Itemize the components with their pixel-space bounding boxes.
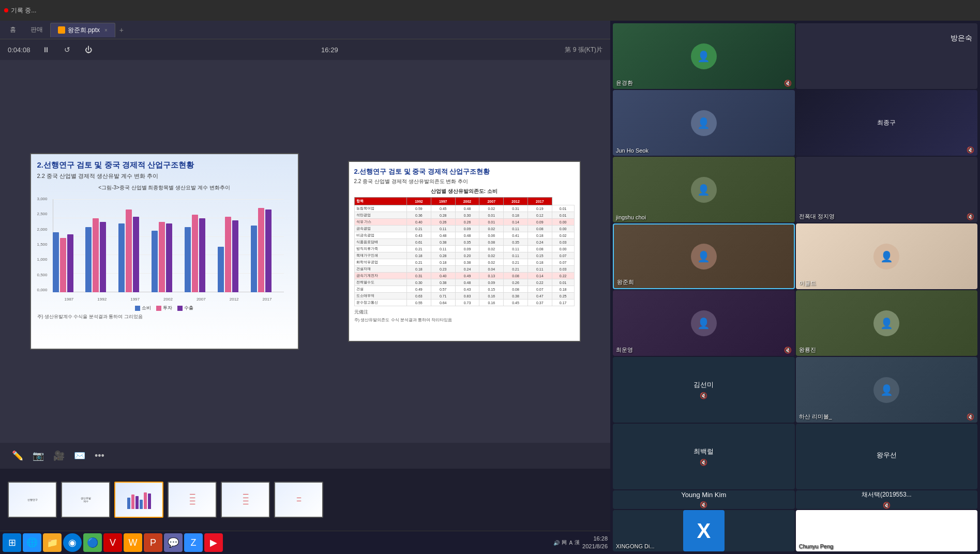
zoom-icon[interactable]: Z (184, 533, 203, 552)
avatar-hasan: 👤 (873, 377, 899, 403)
avatar-wang: 👤 (691, 244, 717, 269)
avatar-junho: 👤 (691, 110, 717, 136)
mute-icon-choi: 🔇 (967, 146, 974, 154)
bar-purple-1997 (133, 217, 139, 292)
bar-blue-2007 (185, 227, 191, 292)
participant-name-wangwoo: 왕우선 (877, 451, 897, 460)
elapsed-time: 0:04:08 (8, 46, 30, 54)
windows-taskbar: ⊞ 🌐 📁 ◉ 🔵 V W P 💬 Z ▶ 🔊 网 A 漢 16:28 2021… (0, 531, 610, 554)
thumbnail-3[interactable] (114, 482, 163, 518)
video-btn[interactable]: 🎥 (52, 448, 66, 463)
chrome-icon[interactable]: 🔵 (83, 533, 102, 552)
tab-sales[interactable]: 판매 (23, 23, 50, 37)
participant-name-chunyu: Chunyu Peng (799, 543, 834, 549)
participant-name-junho: Jun Ho Seok (616, 147, 649, 154)
ie-icon[interactable]: 🌐 (23, 533, 41, 552)
participant-tile-choibaek: 최백럴 🔇 (613, 424, 795, 489)
bar-pink-2002 (159, 222, 165, 292)
bar-pink-2017 (258, 208, 264, 292)
participant-tile-kimson: 김선미 🔇 (613, 357, 795, 423)
recording-indicator: 기록 중... (4, 6, 36, 15)
participant-tile-choi: 최종구 🔇 (796, 90, 978, 156)
participant-name-kimson: 김선미 (693, 380, 714, 390)
presentation-area: 0:04:08 ⏸ ↺ ⏻ 16:29 第 9 張(KT)片 2.선행연구 검토… (0, 39, 610, 469)
participant-name-youngmin: Young Min Kim (681, 491, 726, 499)
mute-icon-chae: 🔇 (883, 502, 891, 509)
participant-tile-xingong: X XINGONG Di... (613, 510, 795, 551)
participant-name-chae: 채서택(2019553... (862, 490, 912, 499)
participant-tile-yoon: 👤 윤경환 🔇 (613, 23, 795, 89)
avatar-jingshu: 👤 (691, 177, 717, 203)
participant-name-jun2: 전폭대 정지영 (799, 213, 835, 220)
pencil-btn[interactable]: ✏️ (10, 448, 25, 463)
participant-tile-wang: 👤 왕준희 (613, 223, 795, 289)
bar-blue-1997 (118, 223, 125, 292)
participant-name-wang: 왕준희 (617, 278, 634, 286)
folder-icon[interactable]: 📁 (43, 533, 62, 552)
bar-purple-1992 (100, 222, 106, 292)
camera-btn[interactable]: 📷 (31, 448, 46, 463)
participant-tile-chae: 채서택(2019553... 🔇 (796, 490, 978, 509)
secondary-slide-subtitle: 2.2 중국 산업별 경제적 생산유발의존도 변화 추이 (354, 178, 575, 185)
bar-pink-1997 (126, 209, 132, 292)
thumb-2-content: 생산유발계수 (62, 483, 109, 517)
edge-icon[interactable]: ◉ (63, 533, 82, 552)
v-icon[interactable]: V (103, 533, 122, 552)
participant-name-xingong: XINGONG Di... (616, 543, 655, 549)
avatar-wal: 👤 (873, 310, 899, 336)
clock-time: 16:28 (582, 535, 608, 543)
participant-tile-choi2: 👤 최운영 🔇 (613, 290, 795, 356)
participant-tile-junho: 👤 Jun Ho Seok (613, 90, 795, 156)
thumb-1-content: 선행연구 (9, 483, 56, 517)
tab-add-btn[interactable]: + (115, 24, 128, 36)
participant-name-wal: 왕룡진 (799, 346, 816, 354)
message-btn[interactable]: ✉️ (72, 448, 87, 463)
bar-group-2002 (152, 222, 185, 292)
ppt-taskbar-icon[interactable]: P (144, 533, 162, 552)
bar-purple-2007 (199, 218, 205, 292)
tab-home[interactable]: 홈 (3, 23, 23, 37)
data-table: 항목 1992 1997 2002 2007 2012 2017 농림목어업0.… (354, 197, 575, 306)
thumb-3-bars (127, 491, 151, 509)
mute-icon-yoon: 🔇 (784, 80, 792, 87)
bar-group-1997 (118, 209, 152, 292)
bar-blue-1987 (53, 232, 59, 292)
bar-pink-1992 (93, 218, 99, 292)
tab-file[interactable]: 왕준희.pptx × (50, 23, 115, 37)
tab-close-btn[interactable]: × (104, 27, 108, 33)
thumbnail-4[interactable]: ━━━━━━━━━━━━━━━━━━━━ (168, 482, 217, 518)
teams-icon[interactable]: 💬 (164, 533, 183, 552)
x-axis-labels: 1987 1992 1997 2002 2007 2012 2017 (53, 297, 284, 302)
controls-bar: 0:04:08 ⏸ ↺ ⏻ 16:29 第 9 張(KT)片 (0, 39, 610, 60)
participant-tile-youngmin: Young Min Kim 🔇 (613, 490, 795, 509)
record-btn[interactable]: ⏻ (83, 44, 94, 55)
avatar-choi2: 👤 (691, 310, 717, 336)
media-icon[interactable]: ▶ (204, 533, 223, 552)
restart-btn[interactable]: ↺ (62, 44, 72, 55)
participant-name-yoon: 윤경환 (616, 79, 633, 87)
more-btn[interactable]: ••• (93, 449, 106, 463)
bar-blue-2017 (251, 226, 257, 292)
top-taskbar: 기록 중... (0, 0, 980, 21)
tab-file-label: 왕준희.pptx (68, 26, 100, 35)
mute-icon-hasan: 🔇 (967, 413, 974, 421)
thumbnail-2[interactable]: 생산유발계수 (61, 482, 110, 518)
main-slide-subtitle: 2.2 중국 산업별 경제적 생산유발 계수 변화 추이 (37, 172, 292, 180)
w-icon[interactable]: W (124, 533, 142, 552)
secondary-slide[interactable]: 2.선행연구 검토 및 중국 경제적 산업구조현황 2.2 중국 산업별 경제적… (348, 161, 581, 342)
table-title: 산업별 생산유발의존도: 소비 (354, 188, 575, 195)
taskbar-right: 🔊 网 A 漢 16:28 2021/8/26 (553, 535, 608, 551)
clock: 16:28 2021/8/26 (582, 535, 608, 551)
start-btn[interactable]: ⊞ (3, 533, 21, 552)
main-slide[interactable]: 2.선행연구 검토 및 중국 경제적 산업구조현황 2.2 중국 산업별 경제적… (30, 153, 299, 350)
thumbnail-6[interactable]: ━━━━━━━━ (274, 482, 323, 518)
thumbnail-5[interactable]: ━━━━━━━━━━━━━━━━━━━━ (221, 482, 270, 518)
bar-group-1987 (53, 232, 86, 292)
table-note: 주) 생산유발의존도 수식 분석결과 통하여 작리타있음 (354, 317, 575, 323)
thumbnail-1[interactable]: 선행연구 (8, 482, 57, 518)
participant-name-hasan: 하산 리미볼_ (799, 413, 832, 421)
bar-purple-1987 (67, 234, 73, 292)
bottom-toolbar: ✏️ 📷 🎥 ✉️ ••• (0, 443, 610, 469)
pause-btn[interactable]: ⏸ (40, 44, 52, 55)
avatar-lee: 👤 (873, 244, 899, 269)
